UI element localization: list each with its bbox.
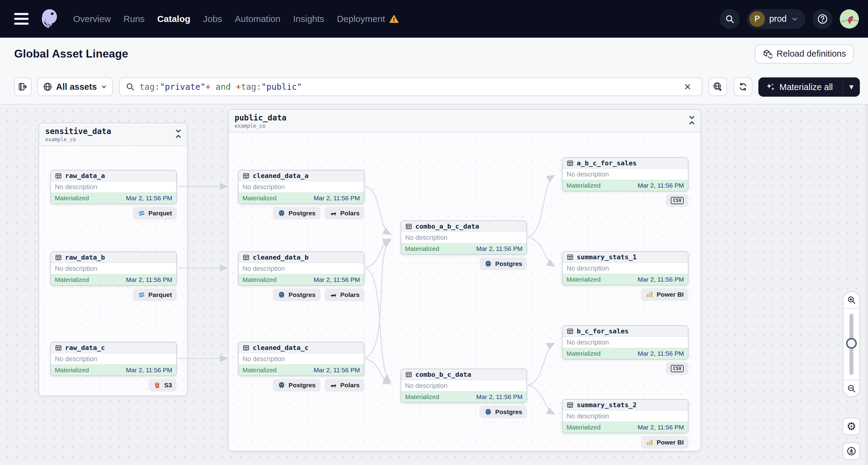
nav-item-deployment[interactable]: Deployment — [337, 14, 399, 24]
materialization-timestamp: Mar 2, 11:56 PM — [638, 276, 684, 283]
asset-description: No description — [51, 353, 176, 364]
asset-node-cleaned-data-b[interactable]: cleaned_data_b No description Materializ… — [238, 251, 365, 286]
dagster-app: Overview Runs Catalog Jobs Automation In… — [0, 0, 868, 465]
table-icon — [55, 344, 62, 351]
materialization-timestamp: Mar 2, 11:56 PM — [126, 194, 172, 202]
kind-tag-powerbi[interactable]: Power BI — [641, 288, 688, 301]
tag-label: S3 — [164, 381, 172, 389]
kind-tag-polars[interactable]: Polars — [325, 207, 365, 220]
group-header[interactable]: sensitive_data example_co — [39, 123, 187, 146]
materialize-all-button[interactable]: Materialize all — [758, 78, 843, 97]
kind-tag-s3[interactable]: S3 — [149, 379, 177, 392]
kind-tag-polars[interactable]: Polars — [325, 379, 365, 392]
kind-tag-parquet[interactable]: Parquet — [133, 207, 177, 220]
kind-tag-powerbi[interactable]: Power BI — [641, 436, 688, 449]
polars-icon — [330, 209, 337, 217]
nav-item-catalog[interactable]: Catalog — [157, 14, 190, 24]
zoom-slider-handle[interactable] — [846, 338, 857, 349]
kind-tag-postgres[interactable]: Postgres — [273, 379, 320, 392]
page-title: Global Asset Lineage — [14, 48, 128, 60]
asset-search-input[interactable]: tag:"private"+ and +tag:"public" — [119, 78, 702, 96]
kind-tag-postgres[interactable]: Postgres — [479, 406, 527, 418]
open-panel-toggle-button[interactable] — [14, 78, 32, 96]
tag-label: Parquet — [149, 291, 172, 299]
lineage-toolbar: All assets tag:"private"+ and +tag:"publ… — [0, 70, 868, 104]
asset-node-cleaned-data-c[interactable]: cleaned_data_c No description Materializ… — [238, 342, 365, 376]
asset-node-summary-stats-2[interactable]: summary_stats_2 No description Materiali… — [562, 399, 688, 433]
refresh-button[interactable] — [734, 78, 752, 96]
nav-item-automation[interactable]: Automation — [235, 14, 280, 24]
view-full-graph-button[interactable] — [708, 78, 727, 96]
status-badge: Materialized — [243, 194, 277, 202]
group-header[interactable]: public_data example_co — [228, 110, 701, 132]
asset-node-b-c-for-sales[interactable]: b_c_for_sales No description Materialize… — [562, 325, 688, 360]
tag-label: Postgres — [288, 210, 316, 217]
tag-row: CSV — [562, 194, 688, 207]
group-subtitle: example_co — [235, 123, 694, 129]
csv-icon: CSV — [671, 197, 684, 204]
asset-node-cleaned-data-a[interactable]: cleaned_data_a No description Materializ… — [238, 170, 365, 204]
graph-settings-button[interactable]: ⚙ — [843, 418, 860, 435]
asset-node-a-b-c-for-sales[interactable]: a_b_c_for_sales No description Materiali… — [562, 157, 688, 191]
asset-description: No description — [563, 410, 688, 422]
asset-node-raw-data-a[interactable]: raw_data_a No description MaterializedMa… — [50, 170, 177, 204]
status-badge: Materialized — [55, 276, 89, 283]
tag-label: Parquet — [149, 210, 172, 217]
kind-tag-csv[interactable]: CSV — [666, 194, 688, 207]
asset-name: b_c_for_sales — [577, 328, 628, 335]
nav-item-overview[interactable]: Overview — [73, 14, 111, 24]
s3-icon — [153, 381, 161, 389]
collapse-group-button[interactable] — [688, 115, 696, 126]
materialization-timestamp: Mar 2, 11:56 PM — [126, 367, 172, 374]
user-avatar[interactable] — [840, 9, 859, 29]
table-icon — [405, 371, 412, 378]
page-header: Global Asset Lineage Reload definitions — [0, 38, 868, 70]
lineage-canvas[interactable]: sensitive_data example_co public_data ex… — [0, 104, 868, 465]
nav-item-runs[interactable]: Runs — [123, 14, 145, 24]
nav-item-insights[interactable]: Insights — [293, 14, 324, 24]
tag-label: Polars — [340, 210, 360, 217]
materialize-all-label: Materialize all — [779, 82, 833, 92]
tag-label: Polars — [340, 291, 360, 299]
dagster-logo-icon[interactable] — [38, 7, 61, 30]
zoom-out-button[interactable] — [843, 380, 860, 397]
kind-tag-csv[interactable]: CSV — [666, 362, 688, 375]
search-icon — [725, 14, 735, 24]
kind-tag-parquet[interactable]: Parquet — [133, 288, 177, 301]
help-button[interactable] — [813, 9, 833, 29]
search-query-text: tag:"private"+ and +tag:"public" — [140, 82, 302, 92]
status-badge: Materialized — [566, 182, 600, 189]
reload-definitions-button[interactable]: Reload definitions — [755, 44, 854, 64]
materialization-timestamp: Mar 2, 11:56 PM — [638, 350, 684, 357]
materialize-options-dropdown[interactable]: ▼ — [843, 78, 860, 97]
csv-icon: CSV — [671, 365, 684, 372]
kind-tag-postgres[interactable]: Postgres — [273, 288, 320, 301]
zoom-in-button[interactable] — [843, 292, 860, 309]
kind-tag-polars[interactable]: Polars — [325, 288, 365, 301]
asset-name: raw_data_a — [65, 172, 105, 180]
status-badge: Materialized — [405, 245, 439, 252]
vertical-scrollbar[interactable] — [865, 104, 868, 465]
asset-name: summary_stats_1 — [577, 253, 637, 261]
tag-row: Power BI — [562, 288, 688, 301]
kind-tag-postgres[interactable]: Postgres — [273, 207, 320, 220]
asset-node-raw-data-c[interactable]: raw_data_c No description MaterializedMa… — [50, 342, 177, 376]
collapse-group-button[interactable] — [175, 129, 182, 140]
clear-search-button[interactable] — [679, 78, 696, 95]
deployment-switcher[interactable]: P prod — [747, 9, 805, 29]
search-button[interactable] — [720, 9, 740, 29]
asset-scope-dropdown[interactable]: All assets — [37, 78, 113, 96]
download-image-button[interactable] — [843, 442, 860, 460]
asset-node-raw-data-b[interactable]: raw_data_b No description MaterializedMa… — [50, 251, 177, 286]
zoom-slider[interactable] — [843, 309, 860, 380]
menu-icon[interactable] — [14, 13, 30, 25]
nav-item-jobs[interactable]: Jobs — [203, 14, 222, 24]
asset-node-combo-a-b-c-data[interactable]: combo_a_b_c_data No description Material… — [401, 220, 527, 255]
asset-node-summary-stats-1[interactable]: summary_stats_1 No description Materiali… — [562, 251, 688, 285]
asset-node-combo-b-c-data[interactable]: combo_b_c_data No description Materializ… — [401, 369, 527, 403]
postgres-icon — [278, 381, 285, 389]
postgres-icon — [484, 260, 492, 268]
table-icon — [566, 254, 574, 261]
zoom-in-icon — [847, 296, 856, 305]
kind-tag-postgres[interactable]: Postgres — [479, 257, 527, 270]
